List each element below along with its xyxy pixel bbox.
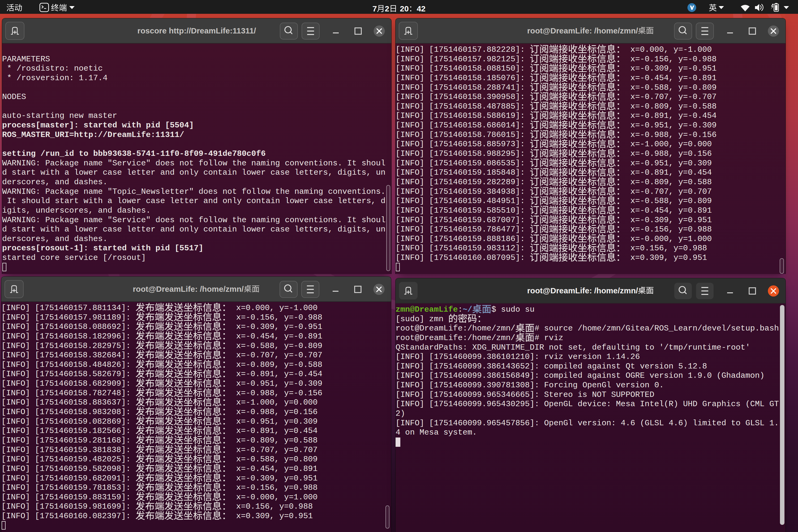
svg-text:42: 42: [417, 4, 425, 13]
svg-text:20: 20: [400, 4, 408, 13]
svg-text:2: 2: [385, 4, 390, 13]
svg-text:7: 7: [373, 4, 377, 13]
